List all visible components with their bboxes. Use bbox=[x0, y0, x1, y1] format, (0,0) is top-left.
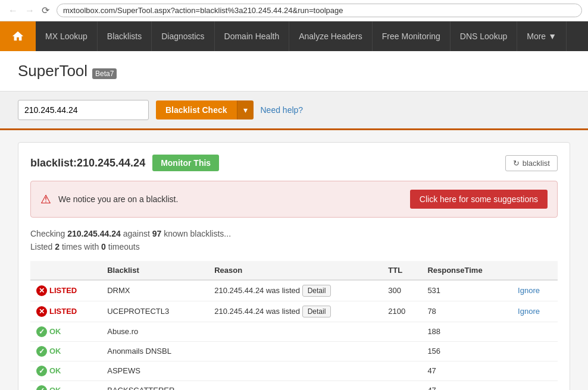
status-cell: ✕LISTED bbox=[36, 285, 95, 296]
monitor-button[interactable]: Monitor This bbox=[152, 155, 219, 171]
action-cell: Ignore bbox=[512, 301, 558, 322]
blacklist-check-group: Blacklist Check ▾ bbox=[156, 100, 254, 119]
supertool-title: SuperTool Beta7 bbox=[18, 62, 570, 80]
table-head: Blacklist Reason TTL ResponseTime bbox=[30, 261, 558, 280]
blacklist-check-dropdown[interactable]: ▾ bbox=[237, 100, 254, 119]
action-cell: Ignore bbox=[512, 280, 558, 301]
summary-line1: Checking 210.245.44.24 against 97 known … bbox=[30, 227, 558, 240]
nav-item-domain-health[interactable]: Domain Health bbox=[215, 21, 290, 51]
response-time-cell: 78 bbox=[421, 301, 512, 322]
status-label: OK bbox=[49, 386, 61, 390]
status-icon-cell: ✓OK bbox=[30, 322, 101, 341]
detail-button[interactable]: Detail bbox=[302, 285, 331, 297]
status-cell: ✓OK bbox=[36, 346, 95, 357]
table-row: ✓OKASPEWS47 bbox=[30, 361, 558, 380]
nav-item-free-monitoring[interactable]: Free Monitoring bbox=[373, 21, 451, 51]
ttl-cell: 2100 bbox=[382, 301, 421, 322]
ignore-link[interactable]: Ignore bbox=[518, 286, 540, 295]
refresh-blacklist-button[interactable]: ↻ blacklist bbox=[505, 155, 558, 171]
nav-item-diagnostics[interactable]: Diagnostics bbox=[152, 21, 214, 51]
results-table: Blacklist Reason TTL ResponseTime ✕LISTE… bbox=[30, 261, 558, 390]
col-status bbox=[30, 261, 101, 280]
home-button[interactable] bbox=[0, 21, 36, 51]
check-icon: ✓ bbox=[36, 346, 47, 357]
summary-line2: Listed 2 times with 0 timeouts bbox=[30, 240, 558, 253]
col-ttl: TTL bbox=[382, 261, 421, 280]
status-icon-cell: ✓OK bbox=[30, 380, 101, 390]
blacklist-cell: Abuse.ro bbox=[101, 322, 208, 341]
nav-items: MX Lookup Blacklists Diagnostics Domain … bbox=[36, 21, 588, 51]
response-time-cell: 156 bbox=[421, 341, 512, 361]
ttl-cell bbox=[382, 361, 421, 380]
refresh-icon: ↻ bbox=[513, 159, 520, 168]
check-icon: ✓ bbox=[36, 366, 47, 376]
response-time-cell: 47 bbox=[421, 380, 512, 390]
check-icon: ✓ bbox=[36, 326, 47, 337]
ttl-cell bbox=[382, 322, 421, 341]
status-icon-cell: ✕LISTED bbox=[30, 301, 101, 322]
toolbar: Blacklist Check ▾ Need help? bbox=[0, 92, 588, 130]
col-reason: Reason bbox=[208, 261, 382, 280]
status-label: OK bbox=[49, 366, 61, 375]
response-time-cell: 188 bbox=[421, 322, 512, 341]
status-icon-cell: ✓OK bbox=[30, 361, 101, 380]
x-icon: ✕ bbox=[36, 306, 47, 317]
nav-item-dns-lookup[interactable]: DNS Lookup bbox=[451, 21, 517, 51]
response-time-cell: 531 bbox=[421, 280, 512, 301]
browser-nav: ← → ⟳ bbox=[6, 4, 52, 17]
status-icon-cell: ✓OK bbox=[30, 341, 101, 361]
detail-button[interactable]: Detail bbox=[302, 306, 331, 317]
result-panel: blacklist:210.245.44.24 Monitor This ↻ b… bbox=[18, 142, 570, 390]
status-cell: ✓OK bbox=[36, 326, 95, 337]
col-action bbox=[512, 261, 558, 280]
check-icon: ✓ bbox=[36, 385, 47, 390]
url-bar[interactable]: mxtoolbox.com/SuperTool.aspx?action=blac… bbox=[57, 4, 582, 17]
nav-item-blacklists[interactable]: Blacklists bbox=[98, 21, 152, 51]
nav-item-more[interactable]: More ▼ bbox=[517, 21, 567, 51]
need-help-link[interactable]: Need help? bbox=[261, 105, 304, 115]
reason-cell: 210.245.44.24 was listed Detail bbox=[208, 301, 382, 322]
action-cell bbox=[512, 322, 558, 341]
blacklist-cell: Anonmails DNSBL bbox=[101, 341, 208, 361]
ttl-cell: 300 bbox=[382, 280, 421, 301]
blacklist-check-button[interactable]: Blacklist Check bbox=[156, 100, 237, 119]
table-row: ✕LISTEDUCEPROTECTL3210.245.44.24 was lis… bbox=[30, 301, 558, 322]
supertool-badge: Beta7 bbox=[92, 68, 117, 79]
table-row: ✕LISTEDDRMX210.245.44.24 was listed Deta… bbox=[30, 280, 558, 301]
status-cell: ✓OK bbox=[36, 385, 95, 390]
status-label: OK bbox=[49, 347, 61, 356]
col-blacklist: Blacklist bbox=[101, 261, 208, 280]
nav-item-mx-lookup[interactable]: MX Lookup bbox=[36, 21, 98, 51]
refresh-button[interactable]: ⟳ bbox=[39, 4, 52, 17]
reason-cell bbox=[208, 361, 382, 380]
table-body: ✕LISTEDDRMX210.245.44.24 was listed Deta… bbox=[30, 280, 558, 390]
reason-text: 210.245.44.24 was listed bbox=[214, 307, 302, 316]
result-title: blacklist:210.245.44.24 Monitor This bbox=[30, 155, 219, 171]
search-input[interactable] bbox=[18, 100, 149, 120]
nav-item-analyze-headers[interactable]: Analyze Headers bbox=[289, 21, 373, 51]
back-button[interactable]: ← bbox=[6, 4, 20, 17]
reason-cell bbox=[208, 380, 382, 390]
warning-icon: ⚠ bbox=[40, 192, 51, 206]
summary-section: Checking 210.245.44.24 against 97 known … bbox=[30, 227, 558, 254]
result-header: blacklist:210.245.44.24 Monitor This ↻ b… bbox=[30, 155, 558, 171]
status-icon-cell: ✕LISTED bbox=[30, 280, 101, 301]
status-cell: ✕LISTED bbox=[36, 306, 95, 317]
reason-cell bbox=[208, 322, 382, 341]
ignore-link[interactable]: Ignore bbox=[518, 307, 540, 316]
x-icon: ✕ bbox=[36, 285, 47, 296]
home-icon bbox=[11, 30, 24, 43]
status-label: LISTED bbox=[49, 286, 77, 295]
status-label: LISTED bbox=[49, 307, 77, 316]
blacklist-cell: DRMX bbox=[101, 280, 208, 301]
suggestions-button[interactable]: Click here for some suggestions bbox=[410, 190, 548, 209]
ttl-cell bbox=[382, 380, 421, 390]
address-bar: ← → ⟳ mxtoolbox.com/SuperTool.aspx?actio… bbox=[0, 0, 588, 21]
reason-cell: 210.245.44.24 was listed Detail bbox=[208, 280, 382, 301]
blacklist-cell: BACKSCATTERER bbox=[101, 380, 208, 390]
action-cell bbox=[512, 341, 558, 361]
ttl-cell bbox=[382, 341, 421, 361]
forward-button[interactable]: → bbox=[23, 4, 37, 17]
action-cell bbox=[512, 361, 558, 380]
status-label: OK bbox=[49, 327, 61, 336]
